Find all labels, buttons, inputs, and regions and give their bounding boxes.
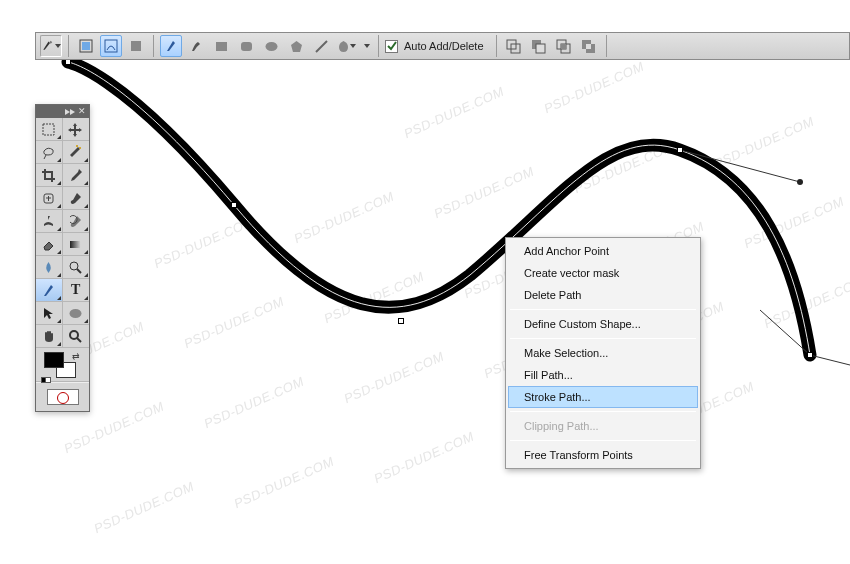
svg-point-31 (70, 331, 78, 339)
line-shape-icon[interactable] (310, 35, 332, 57)
rounded-rect-shape-icon[interactable] (235, 35, 257, 57)
rectangle-shape-icon[interactable] (210, 35, 232, 57)
options-bar: Auto Add/Delete (35, 32, 850, 60)
watermark: PSD-DUDE.COM (572, 139, 677, 197)
pen-tool-icon[interactable] (160, 35, 182, 57)
type-tool[interactable]: T (63, 279, 90, 302)
watermark: PSD-DUDE.COM (402, 84, 507, 142)
shape-layers-icon[interactable] (75, 35, 97, 57)
polygon-shape-icon[interactable] (285, 35, 307, 57)
auto-add-delete-label: Auto Add/Delete (404, 40, 484, 52)
ctx-define-custom-shape[interactable]: Define Custom Shape... (508, 313, 698, 335)
clone-stamp-tool[interactable] (36, 210, 63, 233)
watermark: PSD-DUDE.COM (372, 429, 477, 487)
divider (496, 35, 497, 57)
ctx-delete-path[interactable]: Delete Path (508, 284, 698, 306)
auto-add-delete-checkbox[interactable] (385, 40, 398, 53)
watermark: PSD-DUDE.COM (762, 274, 850, 332)
blur-tool[interactable] (36, 256, 63, 279)
quick-mask-toggle[interactable] (47, 389, 79, 405)
collapse-icon (70, 109, 75, 115)
eraser-tool[interactable] (36, 233, 63, 256)
watermark: PSD-DUDE.COM (92, 479, 197, 537)
gradient-tool[interactable] (63, 233, 90, 256)
ellipse-tool[interactable] (63, 302, 90, 325)
svg-point-10 (265, 42, 277, 51)
svg-point-30 (70, 309, 82, 318)
svg-rect-19 (561, 44, 566, 49)
watermark: PSD-DUDE.COM (432, 164, 537, 222)
svg-marker-11 (291, 41, 302, 52)
marquee-tool[interactable] (36, 118, 63, 141)
ctx-clipping-path: Clipping Path... (508, 415, 698, 437)
fill-pixels-icon[interactable] (125, 35, 147, 57)
watermark: PSD-DUDE.COM (152, 214, 257, 272)
watermark: PSD-DUDE.COM (202, 374, 307, 432)
svg-rect-22 (586, 44, 591, 49)
watermark: PSD-DUDE.COM (292, 189, 397, 247)
hand-tool[interactable] (36, 325, 63, 348)
ctx-make-selection[interactable]: Make Selection... (508, 342, 698, 364)
history-brush-tool[interactable] (63, 210, 90, 233)
separator (510, 309, 696, 310)
svg-rect-8 (216, 42, 227, 51)
separator (510, 411, 696, 412)
custom-shape-icon[interactable] (335, 35, 357, 57)
lasso-tool[interactable] (36, 141, 63, 164)
path-subtract-icon[interactable] (528, 35, 550, 57)
path-intersect-icon[interactable] (553, 35, 575, 57)
divider (153, 35, 154, 57)
divider (606, 35, 607, 57)
anchor-point[interactable] (807, 352, 813, 358)
ctx-free-transform-points[interactable]: Free Transform Points (508, 444, 698, 466)
svg-rect-7 (131, 41, 141, 51)
pen-tool-preset-icon[interactable] (40, 35, 62, 57)
svg-rect-16 (536, 44, 545, 53)
svg-rect-5 (82, 42, 90, 50)
close-icon[interactable]: ✕ (78, 107, 86, 116)
svg-line-12 (316, 41, 327, 52)
path-selection-tool[interactable] (36, 302, 63, 325)
svg-rect-23 (43, 124, 54, 135)
ctx-fill-path[interactable]: Fill Path... (508, 364, 698, 386)
pen-tool[interactable] (36, 279, 63, 302)
watermark: PSD-DUDE.COM (182, 294, 287, 352)
magic-wand-tool[interactable] (63, 141, 90, 164)
path-exclude-icon[interactable] (578, 35, 600, 57)
watermark: PSD-DUDE.COM (342, 349, 447, 407)
separator (510, 338, 696, 339)
brush-tool[interactable] (63, 187, 90, 210)
path-add-icon[interactable] (503, 35, 525, 57)
swap-colors-icon[interactable]: ⇄ (72, 351, 80, 361)
crop-tool[interactable] (36, 164, 63, 187)
svg-line-2 (810, 355, 850, 365)
ctx-create-vector-mask[interactable]: Create vector mask (508, 262, 698, 284)
tools-panel: ✕ T ⇄ (35, 104, 90, 412)
healing-brush-tool[interactable] (36, 187, 63, 210)
divider (378, 35, 379, 57)
zoom-tool[interactable] (63, 325, 90, 348)
panel-header[interactable]: ✕ (36, 105, 89, 118)
svg-point-25 (76, 145, 78, 147)
eyedropper-tool[interactable] (63, 164, 90, 187)
watermark: PSD-DUDE.COM (542, 59, 647, 117)
paths-mode-icon[interactable] (100, 35, 122, 57)
anchor-point[interactable] (677, 147, 683, 153)
move-tool[interactable] (63, 118, 90, 141)
anchor-point[interactable] (398, 318, 404, 324)
foreground-color-swatch[interactable] (44, 352, 64, 368)
svg-rect-27 (70, 241, 81, 248)
dodge-tool[interactable] (63, 256, 90, 279)
ctx-add-anchor-point[interactable]: Add Anchor Point (508, 240, 698, 262)
freeform-pen-icon[interactable] (185, 35, 207, 57)
color-swatches[interactable]: ⇄ (36, 348, 89, 382)
svg-line-32 (77, 338, 81, 342)
geometry-options-icon[interactable] (360, 35, 372, 57)
ellipse-shape-icon[interactable] (260, 35, 282, 57)
svg-point-24 (79, 147, 81, 149)
svg-rect-9 (241, 42, 252, 51)
svg-point-28 (70, 262, 78, 270)
ctx-stroke-path[interactable]: Stroke Path... (508, 386, 698, 408)
anchor-point[interactable] (231, 202, 237, 208)
default-colors-icon[interactable] (41, 373, 51, 385)
